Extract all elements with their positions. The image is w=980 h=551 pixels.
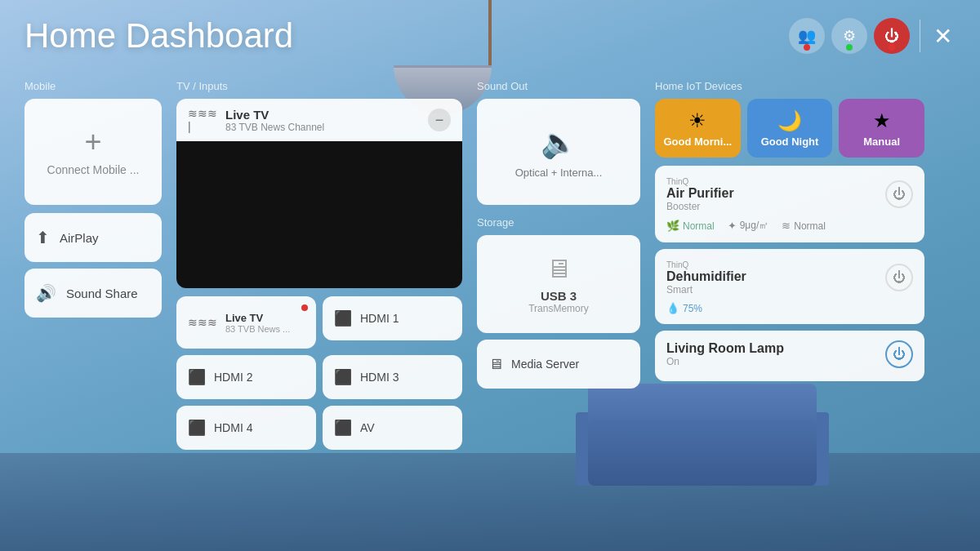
humidity-stat: 💧 75%	[666, 302, 702, 314]
moon-icon: 🌙	[777, 109, 802, 132]
pm-label: 9μg/㎥	[740, 219, 769, 233]
sound-storage-section: Sound Out 🔈 Optical + Interna... Storage…	[477, 80, 640, 389]
speaker-icon: 🔈	[541, 126, 577, 160]
dehumidifier-thinq: ThinQ	[666, 260, 746, 269]
connect-mobile-label: Connect Mobile ...	[47, 163, 140, 176]
power-status-dot	[889, 44, 895, 51]
usb-icon: 🖥	[546, 254, 572, 284]
hdmi1-icon: ⬛	[334, 309, 352, 327]
sound-out-label: Optical + Interna...	[515, 167, 603, 179]
storage-section-label: Storage	[477, 216, 640, 229]
dehumidifier-sub: Smart	[666, 284, 746, 295]
usb-sub: TransMemory	[528, 303, 589, 314]
header: Home Dashboard 👥 ⚙ ⏻ ✕	[24, 16, 956, 56]
settings-button[interactable]: ⚙	[831, 18, 867, 54]
plus-icon: +	[84, 127, 101, 157]
lamp-sub: On	[666, 356, 784, 367]
sound-out-card[interactable]: 🔈 Optical + Interna...	[477, 99, 640, 205]
air-purifier-stats: 🌿 Normal ✦ 9μg/㎥ ≋ Normal	[666, 219, 913, 233]
sound-share-label: Sound Share	[66, 287, 138, 300]
sound-share-icon: 🔊	[36, 283, 56, 303]
tv-inputs-section: TV / Inputs ≋≋≋| Live TV 83 TVB News Cha…	[176, 80, 462, 450]
sound-section-label: Sound Out	[477, 80, 640, 92]
media-server-label: Media Server	[511, 358, 579, 371]
air-purifier-power-button[interactable]: ⏻	[885, 180, 913, 208]
hdmi4-input[interactable]: ⬛ HDMI 4	[176, 406, 316, 450]
air-purifier-name: Air Purifier	[666, 186, 734, 201]
good-morning-button[interactable]: ☀ Good Morni...	[655, 99, 741, 158]
pm-icon: ✦	[728, 220, 737, 232]
tv-screen	[176, 141, 462, 288]
page-title: Home Dashboard	[24, 16, 293, 56]
usb-storage-card[interactable]: 🖥 USB 3 TransMemory	[477, 235, 640, 333]
tv-card-header: ≋≋≋| Live TV 83 TVB News Channel −	[176, 99, 462, 141]
tv-inputs-grid: ≋≋≋ Live TV 83 TVB News ... ⬛ HDMI 1 ⬛ H…	[176, 296, 462, 450]
hdmi3-icon: ⬛	[334, 368, 352, 386]
main-columns: Mobile + Connect Mobile ... ⬆ AirPlay 🔊 …	[24, 80, 956, 450]
people-button[interactable]: 👥	[789, 18, 825, 54]
power-button[interactable]: ⏻	[874, 18, 910, 54]
header-controls: 👥 ⚙ ⏻ ✕	[789, 18, 956, 54]
dehumidifier-name: Dehumidifier	[666, 269, 746, 284]
living-room-lamp-card: Living Room Lamp On ⏻	[655, 331, 924, 381]
air-purifier-sub: Booster	[666, 201, 734, 212]
hdmi2-input[interactable]: ⬛ HDMI 2	[176, 355, 316, 399]
star-icon: ★	[873, 109, 891, 132]
sound-share-card[interactable]: 🔊 Sound Share	[24, 269, 162, 318]
dehumidifier-stats: 💧 75%	[666, 302, 913, 314]
iot-section: Home IoT Devices ☀ Good Morni... 🌙 Good …	[655, 80, 924, 388]
tv-channel-name: Live TV	[225, 108, 324, 122]
humidity-label: 75%	[683, 303, 702, 314]
tv-minus-button[interactable]: −	[428, 109, 451, 131]
air-quality-stat: 🌿 Normal	[666, 220, 715, 232]
people-status-dot	[804, 44, 810, 51]
air-quality-icon: 🌿	[666, 220, 679, 232]
connect-mobile-card[interactable]: + Connect Mobile ...	[24, 99, 162, 205]
gear-icon: ⚙	[843, 27, 856, 45]
air-purifier-card: ThinQ Air Purifier Booster ⏻ 🌿 Normal ✦	[655, 166, 924, 242]
hdmi4-icon: ⬛	[188, 419, 206, 437]
tv-channel-sub: 83 TVB News Channel	[225, 122, 324, 133]
hdmi1-input[interactable]: ⬛ HDMI 1	[323, 296, 462, 340]
filter-icon: ≋	[782, 220, 791, 232]
air-purifier-thinq: ThinQ	[666, 177, 734, 186]
filter-stat: ≋ Normal	[782, 220, 826, 232]
dehumidifier-power-button[interactable]: ⏻	[885, 264, 913, 291]
pm-stat: ✦ 9μg/㎥	[728, 219, 769, 233]
lamp-name: Living Room Lamp	[666, 341, 784, 356]
hdmi3-input[interactable]: ⬛ HDMI 3	[323, 355, 462, 399]
airplay-icon: ⬆	[36, 228, 50, 247]
close-icon: ✕	[933, 24, 952, 49]
mobile-section: Mobile + Connect Mobile ... ⬆ AirPlay 🔊 …	[24, 80, 162, 324]
floor	[0, 453, 980, 551]
av-icon: ⬛	[334, 419, 352, 437]
dehumidifier-card: ThinQ Dehumidifier Smart ⏻ 💧 75%	[655, 249, 924, 324]
humidity-icon: 💧	[666, 302, 679, 314]
lamp-power-button[interactable]: ⏻	[885, 340, 913, 368]
usb-name: USB 3	[541, 289, 577, 303]
iot-mode-buttons: ☀ Good Morni... 🌙 Good Night ★ Manual	[655, 99, 924, 158]
media-server-card[interactable]: 🖥 Media Server	[477, 340, 640, 389]
header-divider	[920, 20, 920, 52]
live-tv-signal-icon: ≋≋≋	[188, 316, 217, 329]
live-tv-input[interactable]: ≋≋≋ Live TV 83 TVB News ...	[176, 296, 316, 349]
people-icon: 👥	[798, 27, 816, 45]
live-tv-dot	[301, 304, 308, 311]
hdmi2-icon: ⬛	[188, 368, 206, 386]
tv-signal-icon: ≋≋≋|	[188, 107, 217, 133]
media-server-icon: 🖥	[488, 356, 503, 373]
av-input[interactable]: ⬛ AV	[323, 406, 462, 450]
iot-section-label: Home IoT Devices	[655, 80, 924, 92]
settings-status-dot	[846, 44, 853, 51]
airplay-card[interactable]: ⬆ AirPlay	[24, 213, 162, 262]
mobile-section-label: Mobile	[24, 80, 162, 92]
filter-label: Normal	[794, 220, 826, 232]
sun-icon: ☀	[688, 109, 706, 132]
air-quality-label: Normal	[683, 220, 715, 232]
good-night-button[interactable]: 🌙 Good Night	[747, 99, 833, 158]
tv-section-label: TV / Inputs	[176, 80, 462, 92]
close-button[interactable]: ✕	[930, 20, 956, 53]
manual-button[interactable]: ★ Manual	[839, 99, 924, 158]
tv-main-card: ≋≋≋| Live TV 83 TVB News Channel −	[176, 99, 462, 288]
power-icon: ⏻	[884, 28, 899, 45]
